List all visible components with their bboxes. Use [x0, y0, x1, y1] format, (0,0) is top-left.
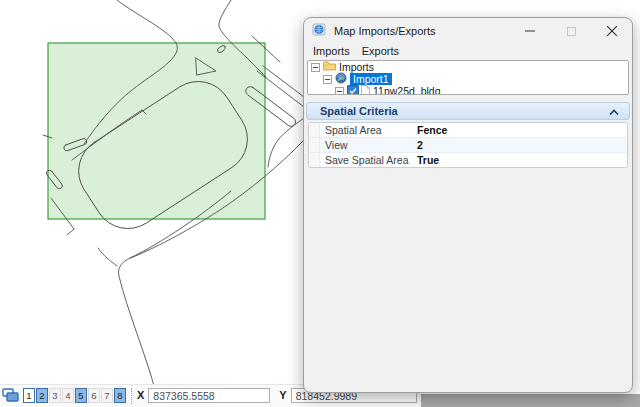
- property-row[interactable]: View 2: [309, 138, 627, 153]
- dialog-title: Map Imports/Exports: [334, 25, 499, 37]
- imports-tree[interactable]: Imports Import1: [307, 60, 629, 95]
- view-toggle-6[interactable]: 6: [88, 388, 100, 403]
- property-label: Save Spatial Area: [325, 154, 417, 166]
- file-icon: [361, 85, 370, 96]
- spatial-criteria-header[interactable]: Spatial Criteria: [306, 102, 630, 120]
- view-toggle-4[interactable]: 4: [62, 388, 74, 403]
- collapse-expander-icon[interactable]: [311, 63, 320, 72]
- app-screen: 1 2 3 4 5 6 7 8 X 837365.5558 Y 818452.9…: [0, 0, 640, 407]
- property-value[interactable]: 2: [417, 139, 423, 151]
- collapse-expander-icon[interactable]: [335, 87, 344, 96]
- tree-item-imports[interactable]: Imports: [308, 61, 628, 73]
- collapse-expander-icon[interactable]: [323, 75, 332, 84]
- tree-item-label[interactable]: Import1: [350, 73, 392, 85]
- maximize-button[interactable]: [561, 22, 581, 40]
- checked-checkbox-icon[interactable]: [347, 85, 359, 95]
- property-row[interactable]: Spatial Area Fence: [309, 123, 627, 138]
- property-value[interactable]: True: [417, 154, 439, 166]
- view-toggle-3[interactable]: 3: [49, 388, 61, 403]
- x-coordinate-label: X: [137, 388, 144, 403]
- x-coordinate-input[interactable]: 837365.5558: [148, 388, 270, 403]
- minimize-button[interactable]: [520, 22, 540, 40]
- tree-item-import1[interactable]: Import1: [308, 73, 628, 85]
- view-toggle-1[interactable]: 1: [23, 388, 35, 403]
- chevron-up-icon[interactable]: [609, 102, 619, 120]
- view-group-icon[interactable]: [2, 388, 19, 406]
- y-coordinate-label: Y: [279, 388, 286, 403]
- view-toggle-5[interactable]: 5: [75, 388, 87, 403]
- view-toggle-2[interactable]: 2: [36, 388, 48, 403]
- property-row[interactable]: Save Spatial Area True: [309, 153, 627, 167]
- menu-exports[interactable]: Exports: [362, 45, 399, 57]
- view-toggle-7[interactable]: 7: [101, 388, 113, 403]
- map-globe-icon: [312, 22, 327, 41]
- view-toggle-8[interactable]: 8: [114, 388, 126, 403]
- dialog-titlebar[interactable]: Map Imports/Exports: [304, 18, 632, 44]
- property-value[interactable]: Fence: [417, 124, 447, 136]
- property-label: View: [325, 139, 417, 151]
- tree-item-label[interactable]: 11nw25d_bldg: [373, 85, 441, 95]
- tree-item-file[interactable]: 11nw25d_bldg: [308, 85, 628, 95]
- import-icon: [335, 72, 347, 86]
- spatial-criteria-title: Spatial Criteria: [320, 105, 609, 117]
- fence-selection-rect[interactable]: [48, 43, 265, 219]
- property-grid: Spatial Area Fence View 2 Save Spatial A…: [308, 122, 628, 168]
- map-imports-exports-dialog: Map Imports/Exports Imports Exports: [303, 17, 633, 393]
- app-statusbar-background: [421, 394, 640, 407]
- close-button[interactable]: [602, 22, 622, 40]
- toolbar-separator: [131, 388, 132, 404]
- dialog-menubar: Imports Exports: [304, 44, 632, 60]
- property-label: Spatial Area: [325, 124, 417, 136]
- menu-imports[interactable]: Imports: [313, 45, 350, 57]
